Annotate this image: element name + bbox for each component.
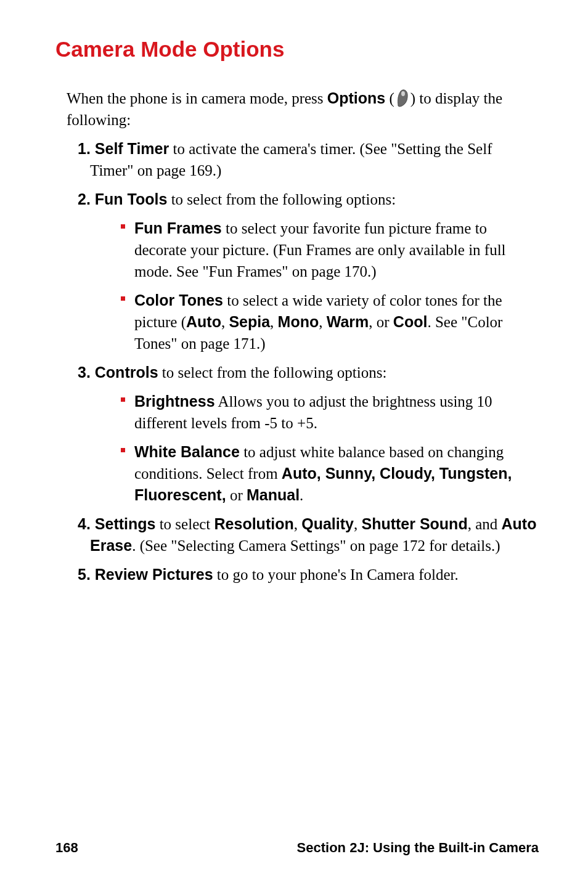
controls-text: to select from the following options:	[158, 364, 387, 381]
s-comma2: ,	[354, 516, 362, 532]
section-label: Section 2J: Using the Built-in Camera	[297, 840, 539, 856]
sub-color-tones: Color Tones to select a wide variety of …	[121, 290, 539, 354]
item-number-1: 1.	[78, 140, 95, 157]
opt-auto: Auto	[186, 313, 221, 330]
opt-quality: Quality	[301, 515, 354, 532]
item-number-4: 4.	[78, 515, 95, 532]
opt-mono: Mono	[278, 313, 319, 330]
item-controls: 3. Controls to select from the following…	[78, 362, 539, 383]
bullet-icon	[121, 296, 125, 301]
review-pictures-text: to go to your phone's In Camera folder.	[213, 566, 459, 583]
item-fun-tools: 2. Fun Tools to select from the followin…	[78, 189, 539, 210]
sub-brightness: Brightness Allows you to adjust the brig…	[121, 391, 539, 434]
item-settings: 4. Settings to select Resolution, Qualit…	[78, 513, 539, 556]
opt-warm: Warm	[327, 313, 369, 330]
fun-frames-label: Fun Frames	[134, 219, 222, 237]
item-review-pictures: 5. Review Pictures to go to your phone's…	[78, 564, 539, 585]
s-comma1: ,	[294, 516, 302, 532]
fun-tools-sublist: Fun Frames to select your favorite fun p…	[121, 218, 539, 354]
comma3: ,	[319, 314, 327, 330]
bullet-icon	[121, 448, 125, 452]
item-number-3: 3.	[78, 364, 95, 381]
options-label: Options	[327, 89, 385, 107]
wb-or: or	[226, 487, 247, 503]
page-number: 168	[55, 840, 78, 856]
item-number-5: 5.	[78, 566, 95, 583]
wb-dot: .	[300, 487, 303, 503]
opt-shutter-sound: Shutter Sound	[361, 515, 467, 532]
comma4: , or	[369, 314, 393, 330]
sub-fun-frames: Fun Frames to select your favorite fun p…	[121, 218, 539, 282]
opt-resolution: Resolution	[214, 515, 294, 532]
opt-sepia: Sepia	[229, 313, 270, 330]
bullet-icon	[121, 397, 125, 402]
svg-point-0	[401, 91, 405, 96]
controls-label: Controls	[95, 364, 158, 381]
paren-open: (	[385, 90, 394, 107]
brightness-label: Brightness	[134, 393, 215, 410]
intro-prefix: When the phone is in camera mode, press	[67, 90, 327, 107]
intro-paragraph: When the phone is in camera mode, press …	[67, 87, 539, 131]
comma1: ,	[221, 314, 229, 330]
settings-label: Settings	[95, 515, 156, 532]
softkey-icon	[394, 90, 410, 107]
controls-sublist: Brightness Allows you to adjust the brig…	[121, 391, 539, 506]
fun-tools-text: to select from the following options:	[167, 191, 396, 208]
s-comma3: , and	[468, 516, 502, 532]
page-title: Camera Mode Options	[55, 37, 539, 62]
review-pictures-label: Review Pictures	[95, 566, 213, 583]
bullet-icon	[121, 224, 125, 229]
item-number-2: 2.	[78, 190, 95, 208]
white-balance-label: White Balance	[134, 443, 240, 460]
color-tones-label: Color Tones	[134, 291, 223, 309]
self-timer-label: Self Timer	[95, 140, 169, 157]
comma2: ,	[270, 314, 278, 330]
page-footer: 168 Section 2J: Using the Built-in Camer…	[55, 840, 539, 856]
settings-pre: to select	[155, 516, 214, 532]
opt-cool: Cool	[393, 313, 428, 330]
wb-manual: Manual	[247, 486, 300, 503]
item-self-timer: 1. Self Timer to activate the camera's t…	[78, 138, 539, 181]
sub-white-balance: White Balance to adjust white balance ba…	[121, 441, 539, 506]
fun-tools-label: Fun Tools	[95, 190, 168, 208]
settings-post: . (See "Selecting Camera Settings" on pa…	[132, 537, 500, 554]
